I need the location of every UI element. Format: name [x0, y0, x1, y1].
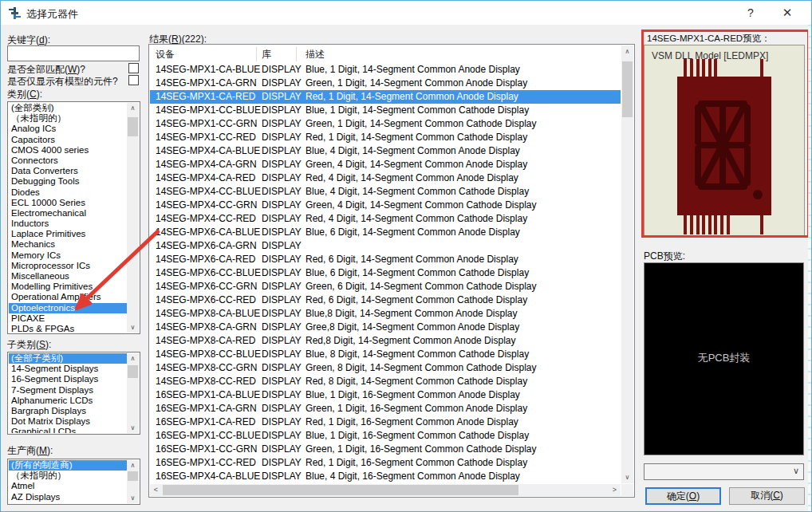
help-button[interactable]: ? [735, 1, 767, 25]
manufacturer-scrollbar[interactable]: ∧ ∨ [127, 460, 139, 503]
subcategory-scrollbar[interactable]: ∧ ∨ [127, 353, 139, 433]
scrollbar-thumb[interactable] [622, 61, 633, 117]
subcategory-item[interactable]: 16-Segment Displays [9, 374, 127, 384]
category-item[interactable]: Optoelectronics [9, 303, 127, 313]
subcategory-item[interactable]: 7-Segment Displays [9, 385, 127, 396]
category-item[interactable]: Memory ICs [9, 250, 127, 261]
scroll-left-icon[interactable]: < [150, 484, 162, 496]
category-item[interactable]: Operational Amplifiers [9, 292, 127, 302]
table-row[interactable]: 16SEG-MPX1-CC-GRNDISPLAYGreen, 1 Digit, … [150, 443, 621, 456]
column-header-description[interactable]: 描述 [305, 45, 325, 63]
table-row[interactable]: 14SEG-MPX8-CC-REDDISPLAYRed, 8 Digit, 14… [150, 375, 621, 388]
subcategory-listbox[interactable]: (全部子类别)14-Segment Displays16-Segment Dis… [7, 352, 140, 435]
footprint-combobox[interactable]: ∨ [644, 463, 804, 480]
table-row[interactable]: 16SEG-MPX4-CA-BLUEDISPLAYBlue, 4 Digit, … [150, 470, 621, 483]
results-table[interactable]: 设备 库 描述 14SEG-MPX1-CA-BLUEDISPLAYBlue, 1… [148, 44, 635, 498]
category-item[interactable]: Diodes [9, 187, 127, 198]
category-item[interactable]: Modelling Primitives [9, 282, 127, 292]
results-vertical-scrollbar[interactable]: ∧ ∨ [621, 45, 633, 483]
subcategory-item[interactable]: Alphanumeric LCDs [9, 396, 127, 406]
scrollbar-thumb[interactable] [163, 485, 518, 495]
category-scrollbar[interactable]: ∧ ∨ [127, 103, 139, 333]
table-row[interactable]: 14SEG-MPX1-CC-REDDISPLAYRed, 1 Digit, 14… [150, 131, 621, 144]
keyword-input[interactable] [7, 45, 140, 61]
cancel-button[interactable]: 取消(C) [729, 487, 805, 505]
scroll-up-icon[interactable]: ∧ [127, 103, 139, 113]
subcategory-item[interactable]: Dot Matrix Displays [9, 416, 127, 427]
table-row[interactable]: 14SEG-MPX4-CC-REDDISPLAYRed, 4 Digit, 14… [150, 212, 621, 226]
table-row[interactable]: 16SEG-MPX1-CA-BLUEDISPLAYBlue, 1 Digit, … [150, 388, 621, 402]
category-item[interactable]: PLDs & FPGAs [9, 324, 127, 333]
table-row[interactable]: 14SEG-MPX4-CC-GRNDISPLAYGreen, 4 Digit, … [150, 199, 621, 212]
close-button[interactable]: ✕ [768, 1, 806, 25]
table-row[interactable]: 16SEG-MPX1-CA-GRNDISPLAYGreen, 1 Digit, … [150, 402, 621, 416]
table-row[interactable]: 14SEG-MPX6-CC-GRNDISPLAYGreen, 6 Digit, … [150, 280, 621, 293]
table-row[interactable]: 14SEG-MPX6-CA-BLUEDISPLAYBlue, 6 Digit, … [150, 226, 621, 239]
table-row[interactable]: 14SEG-MPX1-CC-GRNDISPLAYGreen, 1 Digit, … [150, 117, 621, 131]
scroll-up-icon[interactable]: ∧ [621, 45, 633, 57]
column-header-device[interactable]: 设备 [156, 45, 175, 63]
column-separator[interactable] [256, 47, 257, 61]
scroll-down-icon[interactable]: ∨ [127, 423, 139, 433]
table-row[interactable]: 14SEG-MPX1-CA-GRNDISPLAYGreen, 1 Digit, … [150, 77, 621, 90]
table-row[interactable]: 14SEG-MPX4-CA-BLUEDISPLAYBlue, 4 Digit, … [150, 144, 621, 158]
table-row[interactable]: 14SEG-MPX1-CA-BLUEDISPLAYBlue, 1 Digit, … [150, 63, 621, 77]
category-item[interactable]: Miscellaneous [9, 271, 127, 282]
table-row[interactable]: 14SEG-MPX8-CC-BLUEDISPLAYBlue, 8 Digit, … [150, 348, 621, 361]
category-item[interactable]: Electromechanical [9, 208, 127, 219]
table-row[interactable]: 16SEG-MPX1-CC-REDDISPLAYRed, 1 Digit, 16… [150, 456, 621, 470]
table-row[interactable]: 14SEG-MPX6-CA-GRNDISPLAY [150, 239, 621, 253]
column-header-library[interactable]: 库 [262, 45, 271, 63]
table-row[interactable]: 16SEG-MPX1-CA-REDDISPLAYRed, 1 Digit, 16… [150, 416, 621, 429]
table-row[interactable]: 14SEG-MPX1-CC-BLUEDISPLAYBlue, 1 Digit, … [150, 104, 621, 117]
table-row[interactable]: 14SEG-MPX6-CC-BLUEDISPLAYBlue, 6 Digit, … [150, 266, 621, 280]
table-row[interactable]: 14SEG-MPX6-CA-REDDISPLAYRed, 6 Digit, 14… [150, 253, 621, 266]
only-model-checkbox[interactable] [128, 75, 139, 85]
category-item[interactable]: Capacitors [9, 135, 127, 145]
scrollbar-thumb[interactable] [128, 471, 138, 481]
category-item[interactable]: ECL 10000 Series [9, 198, 127, 208]
scrollbar-thumb[interactable] [128, 117, 138, 136]
manufacturer-item[interactable]: AZ Displays [9, 492, 127, 502]
table-row[interactable]: 14SEG-MPX4-CC-BLUEDISPLAYBlue, 4 Digit, … [150, 185, 621, 199]
table-row[interactable]: 14SEG-MPX8-CA-GRNDISPLAYGree,8 Digit, 14… [150, 321, 621, 334]
subcategory-item[interactable]: Bargraph Displays [9, 406, 127, 416]
category-item[interactable]: (全部类别) [9, 103, 127, 113]
scroll-right-icon[interactable]: > [609, 484, 621, 496]
category-item[interactable]: PICAXE [9, 313, 127, 324]
category-item[interactable]: Connectors [9, 156, 127, 166]
scroll-down-icon[interactable]: ∨ [127, 493, 139, 503]
category-item[interactable]: Data Converters [9, 166, 127, 176]
scroll-up-icon[interactable]: ∧ [127, 353, 139, 364]
subcategory-item[interactable]: 14-Segment Displays [9, 364, 127, 374]
category-item[interactable]: Analog ICs [9, 124, 127, 134]
subcategory-item[interactable]: (全部子类别) [9, 353, 127, 364]
scroll-up-icon[interactable]: ∧ [127, 460, 139, 471]
category-listbox[interactable]: (全部类别)（未指明的）Analog ICsCapacitorsCMOS 400… [7, 101, 140, 334]
manufacturer-item[interactable]: (所有的制造商) [9, 460, 127, 471]
manufacturer-item[interactable]: Data Image [9, 502, 127, 503]
table-row[interactable]: 14SEG-MPX8-CC-GRNDISPLAYGreen, 8 Digit, … [150, 361, 621, 375]
match-all-checkbox[interactable] [128, 63, 139, 73]
ok-button[interactable]: 确定(O) [645, 487, 721, 505]
table-row[interactable]: 14SEG-MPX8-CA-BLUEDISPLAYBlue,8 Digit, 1… [150, 307, 621, 321]
subcategory-item[interactable]: Graphical LCDs [9, 427, 127, 433]
category-item[interactable]: Mechanics [9, 239, 127, 250]
manufacturer-item[interactable]: （未指明的） [9, 471, 127, 481]
manufacturer-item[interactable]: Atmel [9, 481, 127, 491]
column-separator[interactable] [296, 47, 297, 61]
category-item[interactable]: CMOS 4000 series [9, 145, 127, 156]
scroll-down-icon[interactable]: ∨ [127, 322, 139, 333]
manufacturer-listbox[interactable]: (所有的制造商)（未指明的）AtmelAZ DisplaysData Image… [7, 459, 140, 505]
results-horizontal-scrollbar[interactable]: < > [150, 484, 621, 496]
category-item[interactable]: Debugging Tools [9, 176, 127, 187]
category-item[interactable]: Microprocessor ICs [9, 261, 127, 271]
category-item[interactable]: Laplace Primitives [9, 229, 127, 239]
table-row[interactable]: 16SEG-MPX1-CC-BLUEDISPLAYBlue, 1 Digit, … [150, 429, 621, 443]
category-item[interactable]: （未指明的） [9, 113, 127, 124]
scroll-down-icon[interactable]: ∨ [621, 471, 633, 483]
table-row[interactable]: 14SEG-MPX8-CA-REDDISPLAYRed,8 Digit, 14-… [150, 334, 621, 348]
scrollbar-thumb[interactable] [128, 365, 138, 378]
table-row[interactable]: 14SEG-MPX4-CA-REDDISPLAYRed, 4 Digit, 14… [150, 171, 621, 185]
table-row[interactable]: 14SEG-MPX1-CA-REDDISPLAYRed, 1 Digit, 14… [150, 90, 621, 104]
